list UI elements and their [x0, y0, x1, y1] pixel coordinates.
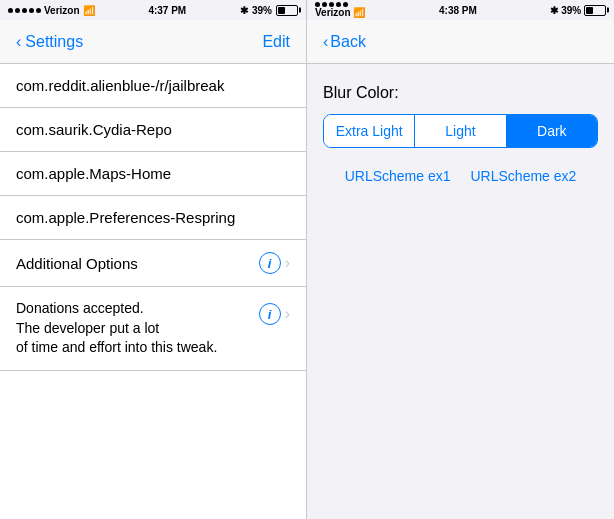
additional-options-item[interactable]: Additional Options i › — [0, 240, 306, 287]
list-item[interactable]: com.saurik.Cydia-Repo — [0, 108, 306, 152]
edit-label: Edit — [262, 33, 290, 50]
back-label: Back — [330, 33, 366, 51]
right-bluetooth-icon: ✱ — [550, 5, 558, 16]
donations-text: Donations accepted.The developer put a l… — [16, 299, 217, 358]
list-item-text: com.apple.Preferences-Respring — [16, 209, 235, 226]
right-panel: Verizon 📶 4:38 PM ✱ 39% ‹ Back Blur Colo… — [307, 0, 614, 519]
list-item-text: com.reddit.alienblue-/r/jailbreak — [16, 77, 224, 94]
info-chevron-group-2: i › — [259, 303, 290, 325]
list-item[interactable]: com.apple.Preferences-Respring — [0, 196, 306, 240]
settings-back-button[interactable]: ‹ Settings — [16, 33, 83, 51]
left-battery-icon — [276, 5, 298, 16]
signal-indicator — [8, 8, 41, 13]
right-content: Blur Color: Extra Light Light Dark URLSc… — [307, 64, 614, 204]
chevron-right-icon: › — [285, 254, 290, 272]
info-icon-2: i — [259, 303, 281, 325]
left-bluetooth-icon: ✱ — [240, 5, 248, 16]
left-battery-percent: 39% — [252, 5, 272, 16]
list-item[interactable]: com.reddit.alienblue-/r/jailbreak — [0, 64, 306, 108]
right-carrier-signal: Verizon 📶 — [315, 2, 365, 18]
left-carrier-name: Verizon — [44, 5, 80, 16]
list-item[interactable]: com.apple.Maps-Home — [0, 152, 306, 196]
right-status-bar: Verizon 📶 4:38 PM ✱ 39% — [307, 0, 614, 20]
info-icon: i — [259, 252, 281, 274]
url-scheme-2-link[interactable]: URLScheme ex2 — [471, 168, 577, 184]
left-nav-bar: ‹ Settings Edit — [0, 20, 306, 64]
list-item-text: com.apple.Maps-Home — [16, 165, 171, 182]
right-right-status: ✱ 39% — [550, 5, 606, 16]
chevron-right-icon-2: › — [285, 305, 290, 323]
segment-extra-light[interactable]: Extra Light — [324, 115, 415, 147]
segment-light[interactable]: Light — [415, 115, 506, 147]
blur-segmented-control: Extra Light Light Dark — [323, 114, 598, 148]
left-panel: Verizon 📶 4:37 PM ✱ 39% ‹ Settings Edit … — [0, 0, 307, 519]
right-nav-bar: ‹ Back — [307, 20, 614, 64]
right-battery-icon — [584, 5, 606, 16]
edit-button[interactable]: Edit — [262, 33, 290, 51]
list-item-text: com.saurik.Cydia-Repo — [16, 121, 172, 138]
right-carrier-name: Verizon — [315, 7, 351, 18]
list-item-text: Additional Options — [16, 255, 138, 272]
back-button[interactable]: ‹ Back — [323, 33, 366, 51]
right-battery-percent: 39% — [561, 5, 581, 16]
settings-back-label: Settings — [25, 33, 83, 51]
left-right-status: ✱ 39% — [240, 5, 298, 16]
donations-item[interactable]: Donations accepted.The developer put a l… — [0, 287, 306, 371]
right-wifi-icon: 📶 — [353, 7, 365, 18]
segment-dark[interactable]: Dark — [507, 115, 597, 147]
back-chevron-icon: ‹ — [16, 33, 21, 51]
left-status-bar: Verizon 📶 4:37 PM ✱ 39% — [0, 0, 306, 20]
info-chevron-group: i › — [259, 252, 290, 274]
right-time: 4:38 PM — [439, 5, 477, 16]
left-wifi-icon: 📶 — [83, 5, 95, 16]
url-scheme-1-link[interactable]: URLScheme ex1 — [345, 168, 451, 184]
blur-color-label: Blur Color: — [323, 84, 598, 102]
back-chevron-left-icon: ‹ — [323, 33, 328, 51]
settings-list: com.reddit.alienblue-/r/jailbreak com.sa… — [0, 64, 306, 519]
left-time: 4:37 PM — [148, 5, 186, 16]
url-scheme-container: URLScheme ex1 URLScheme ex2 — [323, 168, 598, 184]
left-carrier-signal: Verizon 📶 — [8, 5, 95, 16]
